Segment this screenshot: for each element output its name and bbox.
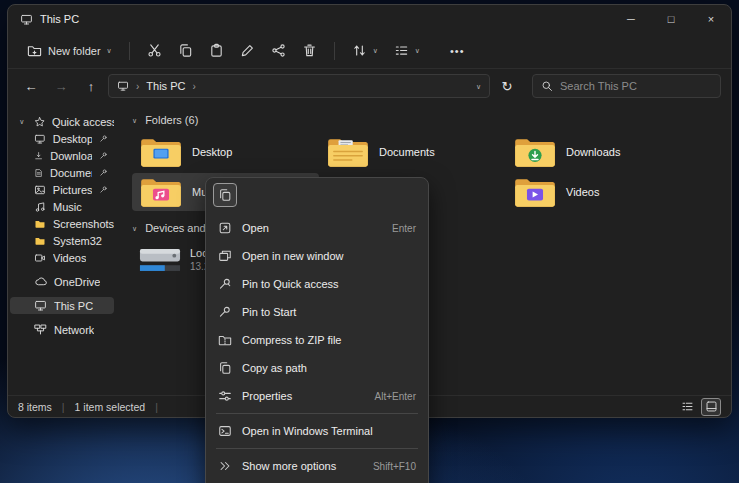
menu-separator xyxy=(216,413,418,414)
copy-button[interactable] xyxy=(171,37,200,64)
menu-item-copy-as-path[interactable]: Copy as path xyxy=(210,354,424,382)
share-button[interactable] xyxy=(264,37,293,64)
local-disk-icon xyxy=(139,244,181,275)
folder-tile-videos[interactable]: Videos xyxy=(506,173,693,211)
sidebar-item-music[interactable]: Music xyxy=(10,198,114,215)
chevron-down-icon: ∨ xyxy=(373,47,378,54)
up-button[interactable]: ↑ xyxy=(78,73,104,99)
sidebar: ∨ Quick access Desktop Downloads Documen… xyxy=(8,103,120,395)
documents-icon xyxy=(34,167,43,179)
refresh-button[interactable]: ↻ xyxy=(494,73,520,99)
paste-button[interactable] xyxy=(202,37,231,64)
zip-icon xyxy=(218,333,232,347)
folders-section-label: Folders (6) xyxy=(145,114,198,126)
chevron-down-icon: ∨ xyxy=(107,47,112,54)
properties-icon xyxy=(218,389,232,403)
sidebar-item-quick-access[interactable]: ∨ Quick access xyxy=(10,113,114,130)
show-more-options-icon xyxy=(218,459,232,473)
music-icon xyxy=(34,201,46,213)
copy-icon-button[interactable] xyxy=(213,183,237,207)
context-menu-quick-actions xyxy=(206,178,428,212)
view-icon xyxy=(394,43,409,58)
menu-item-open-new-window[interactable]: Open in new window xyxy=(210,242,424,270)
sidebar-item-network[interactable]: Network xyxy=(10,321,114,338)
thumbnail-view-button[interactable] xyxy=(701,398,721,416)
desktop-icon xyxy=(34,133,46,145)
menu-item-open-windows-terminal[interactable]: Open in Windows Terminal xyxy=(210,417,424,445)
breadcrumb-chevron-icon: › xyxy=(136,81,139,92)
menu-separator xyxy=(216,448,418,449)
thumbnail-view-icon xyxy=(705,400,718,413)
rename-icon xyxy=(240,43,255,58)
chevron-down-icon[interactable]: ∨ xyxy=(132,117,137,124)
delete-button[interactable] xyxy=(295,37,324,64)
window-controls: ─ □ × xyxy=(611,5,731,33)
sidebar-item-system32[interactable]: System32 xyxy=(10,232,114,249)
documents-folder-icon xyxy=(326,135,370,169)
rename-button[interactable] xyxy=(233,37,262,64)
menu-item-pin-quick-access[interactable]: Pin to Quick access xyxy=(210,270,424,298)
folder-tile-documents[interactable]: Documents xyxy=(319,133,506,171)
context-menu-items: Open Enter Open in new window Pin to Qui… xyxy=(206,212,428,482)
minimize-button[interactable]: ─ xyxy=(611,5,651,33)
details-view-button[interactable] xyxy=(677,398,697,416)
breadcrumb-chevron-icon[interactable]: › xyxy=(192,81,195,92)
pin-icon xyxy=(99,151,108,160)
see-more-button[interactable]: ••• xyxy=(443,39,472,63)
menu-item-compress-zip[interactable]: Compress to ZIP file xyxy=(210,326,424,354)
sidebar-item-documents[interactable]: Documents xyxy=(10,164,114,181)
pin-start-icon xyxy=(218,305,232,319)
address-dropdown-icon[interactable]: ∨ xyxy=(476,83,481,90)
sidebar-item-onedrive[interactable]: OneDrive xyxy=(10,273,114,290)
cut-icon xyxy=(147,43,162,58)
cut-button[interactable] xyxy=(140,37,169,64)
folder-tile-desktop[interactable]: Desktop xyxy=(132,133,319,171)
pictures-icon xyxy=(34,184,46,196)
chevron-down-icon[interactable]: ∨ xyxy=(17,118,27,126)
new-folder-button[interactable]: New folder ∨ xyxy=(20,37,119,64)
folders-section-header[interactable]: ∨ Folders (6) xyxy=(132,111,731,129)
videos-icon xyxy=(34,252,46,264)
back-button[interactable]: ← xyxy=(18,73,44,99)
sidebar-item-this-pc[interactable]: This PC xyxy=(10,297,114,314)
breadcrumb-location[interactable]: This PC xyxy=(146,80,185,92)
folder-icon xyxy=(34,218,46,230)
close-button[interactable]: × xyxy=(691,5,731,33)
window-title: This PC xyxy=(40,13,79,25)
context-menu: Open Enter Open in new window Pin to Qui… xyxy=(205,177,429,483)
copy-icon xyxy=(178,43,193,58)
pin-icon xyxy=(99,134,108,143)
new-folder-label: New folder xyxy=(48,45,101,57)
music-folder-icon xyxy=(139,175,183,209)
menu-item-show-more-options[interactable]: Show more options Shift+F10 xyxy=(210,452,424,480)
downloads-icon xyxy=(34,150,43,162)
folder-tile-downloads[interactable]: Downloads xyxy=(506,133,693,171)
location-pc-icon xyxy=(117,80,129,92)
new-folder-icon xyxy=(27,43,42,58)
sidebar-item-desktop[interactable]: Desktop xyxy=(10,130,114,147)
pin-icon xyxy=(99,185,108,194)
menu-item-properties[interactable]: Properties Alt+Enter xyxy=(210,382,424,410)
quick-access-star-icon xyxy=(34,116,45,128)
sidebar-item-downloads[interactable]: Downloads xyxy=(10,147,114,164)
menu-item-open[interactable]: Open Enter xyxy=(210,214,424,242)
chevron-down-icon[interactable]: ∨ xyxy=(132,225,137,232)
sort-button[interactable]: ∨ xyxy=(345,37,385,64)
paste-icon xyxy=(209,43,224,58)
sidebar-item-pictures[interactable]: Pictures xyxy=(10,181,114,198)
view-button[interactable]: ∨ xyxy=(387,37,427,64)
sidebar-item-videos[interactable]: Videos xyxy=(10,249,114,266)
this-pc-icon xyxy=(20,13,33,26)
maximize-button[interactable]: □ xyxy=(651,5,691,33)
sidebar-item-screenshots[interactable]: Screenshots xyxy=(10,215,114,232)
search-input[interactable] xyxy=(560,80,712,92)
desktop-folder-icon xyxy=(139,135,183,169)
share-icon xyxy=(271,43,286,58)
menu-item-pin-start[interactable]: Pin to Start xyxy=(210,298,424,326)
chevron-down-icon: ∨ xyxy=(415,47,420,54)
terminal-icon xyxy=(218,424,232,438)
forward-button[interactable]: → xyxy=(48,73,74,99)
selection-count: 1 item selected xyxy=(75,401,146,413)
address-bar[interactable]: › This PC › ∨ xyxy=(108,74,490,98)
this-pc-icon xyxy=(34,299,47,312)
